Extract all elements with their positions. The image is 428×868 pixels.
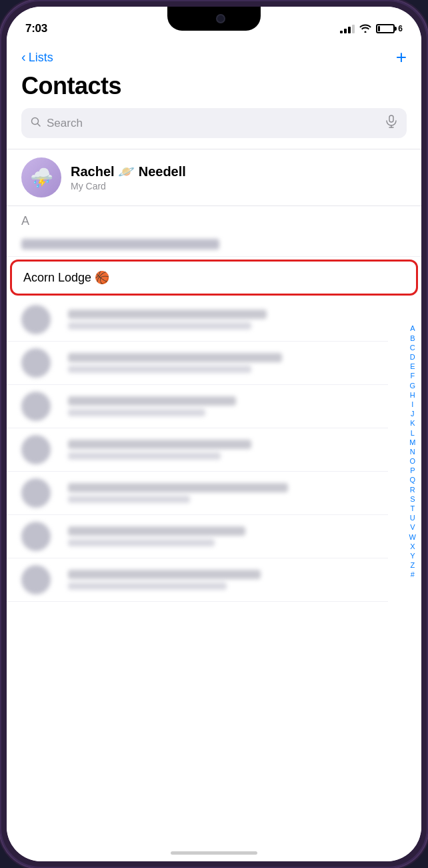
wifi-icon [359, 23, 371, 35]
svg-rect-1 [389, 115, 393, 122]
alpha-F[interactable]: F [410, 372, 415, 380]
contact-name-acorn-lodge: Acorn Lodge 🏀 [23, 271, 109, 284]
alpha-Z[interactable]: Z [410, 561, 415, 570]
blurred-contacts-section [7, 298, 421, 602]
alpha-E[interactable]: E [410, 362, 415, 371]
home-indicator [171, 851, 257, 855]
my-card-avatar: ⛈️ [21, 157, 61, 197]
status-bar: 7:03 [7, 7, 421, 43]
blurred-contact-3[interactable] [7, 342, 388, 385]
blurred-contact-7[interactable] [7, 515, 388, 558]
section-header-a: A [7, 206, 421, 232]
my-card-info: Rachel 🪐 Needell My Card [71, 163, 407, 191]
signal-icon [340, 24, 355, 33]
notch-camera [216, 14, 225, 23]
chevron-left-icon: ‹ [21, 49, 26, 65]
blurred-contact-6[interactable] [7, 472, 388, 515]
alpha-U[interactable]: U [410, 514, 415, 522]
phone-frame: 7:03 [0, 0, 428, 868]
alpha-H[interactable]: H [410, 391, 415, 400]
alpha-R[interactable]: R [410, 486, 415, 494]
my-card-label: My Card [71, 181, 407, 191]
alpha-O[interactable]: O [410, 457, 416, 466]
content-area: ‹ Lists + Contacts Search [7, 43, 421, 861]
alpha-T[interactable]: T [410, 504, 415, 513]
alpha-J[interactable]: J [411, 410, 415, 418]
alpha-hash[interactable]: # [411, 570, 415, 579]
search-icon [31, 117, 41, 130]
status-time: 7:03 [25, 22, 47, 35]
blurred-contact-4[interactable] [7, 385, 388, 428]
nav-bar: ‹ Lists + [7, 43, 421, 69]
my-card-name: Rachel 🪐 Needell [71, 163, 407, 179]
back-label: Lists [29, 51, 53, 65]
search-placeholder: Search [47, 117, 380, 130]
blurred-contact-1[interactable] [7, 232, 421, 257]
alpha-L[interactable]: L [411, 429, 415, 438]
alpha-Q[interactable]: Q [410, 476, 416, 484]
back-button[interactable]: ‹ Lists [21, 50, 53, 65]
alpha-P[interactable]: P [410, 466, 415, 475]
highlighted-contact-acorn-lodge[interactable]: Acorn Lodge 🏀 [10, 260, 418, 296]
alpha-A[interactable]: A [410, 324, 415, 333]
battery-icon: 6 [376, 24, 403, 33]
highlighted-contact-wrapper: Acorn Lodge 🏀 [7, 260, 421, 296]
alpha-K[interactable]: K [410, 419, 415, 428]
screen: 7:03 [7, 7, 421, 861]
alpha-S[interactable]: S [410, 495, 415, 504]
add-button[interactable]: + [396, 48, 407, 67]
my-card[interactable]: ⛈️ Rachel 🪐 Needell My Card [7, 149, 421, 205]
alpha-Y[interactable]: Y [410, 552, 415, 560]
alpha-V[interactable]: V [410, 523, 415, 532]
alpha-B[interactable]: B [410, 334, 415, 343]
notch [167, 7, 261, 31]
blurred-contact-8[interactable] [7, 558, 388, 602]
status-icons: 6 [340, 23, 403, 35]
search-bar[interactable]: Search [21, 108, 407, 138]
alpha-I[interactable]: I [411, 400, 413, 409]
alpha-C[interactable]: C [410, 344, 415, 352]
alpha-M[interactable]: M [409, 438, 415, 447]
alpha-index[interactable]: A B C D E F G H I J K L M N O P Q R S T [409, 43, 416, 861]
search-container: Search [7, 108, 421, 149]
blurred-contact-5[interactable] [7, 428, 388, 472]
alpha-G[interactable]: G [410, 382, 416, 390]
battery-level: 6 [398, 24, 403, 33]
alpha-W[interactable]: W [409, 533, 416, 542]
page-title: Contacts [7, 69, 421, 108]
alpha-N[interactable]: N [410, 448, 415, 456]
alpha-D[interactable]: D [410, 353, 415, 362]
blurred-contact-2[interactable] [7, 298, 388, 342]
alpha-X[interactable]: X [410, 542, 415, 551]
mic-icon [385, 115, 397, 131]
